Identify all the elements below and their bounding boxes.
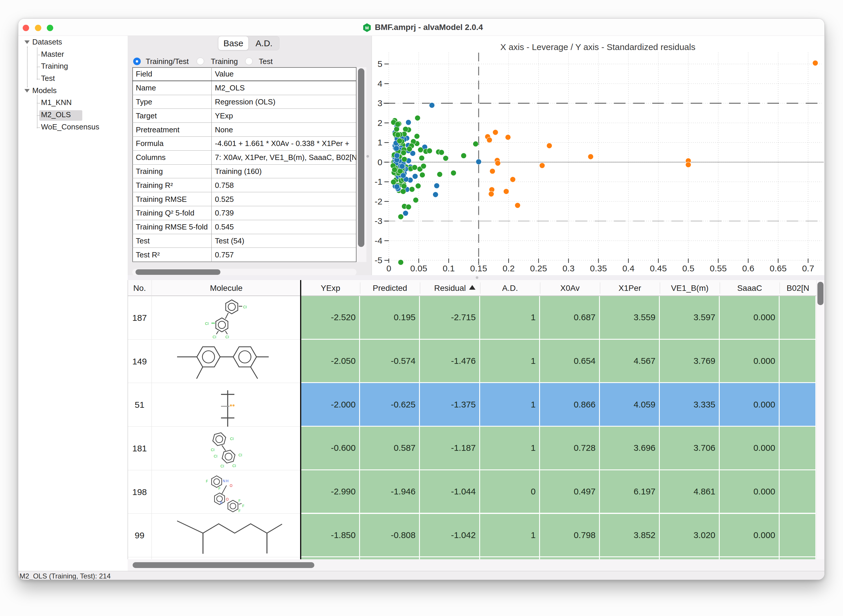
svg-text:F: F [239, 499, 240, 503]
svg-text:H: H [226, 479, 229, 483]
svg-text:Cl: Cl [220, 464, 224, 468]
svg-text:F: F [218, 487, 220, 491]
svg-text:F: F [242, 504, 244, 508]
svg-text:Cl: Cl [213, 335, 216, 339]
svg-text:Cl: Cl [225, 335, 229, 339]
svg-text:Cl: Cl [243, 305, 246, 309]
svg-text:Cl: Cl [205, 321, 208, 326]
svg-text:N: N [220, 500, 223, 505]
svg-text:Cl: Cl [211, 447, 214, 452]
svg-text:Cl: Cl [239, 453, 242, 457]
svg-text:Cl: Cl [230, 437, 233, 441]
svg-text:F: F [239, 509, 240, 513]
svg-text:O: O [226, 497, 229, 502]
svg-text:Cl: Cl [232, 463, 236, 468]
svg-text:F: F [206, 479, 208, 483]
svg-text:N: N [223, 479, 225, 483]
svg-text:O: O [230, 484, 232, 488]
svg-text:Cl: Cl [214, 454, 217, 458]
